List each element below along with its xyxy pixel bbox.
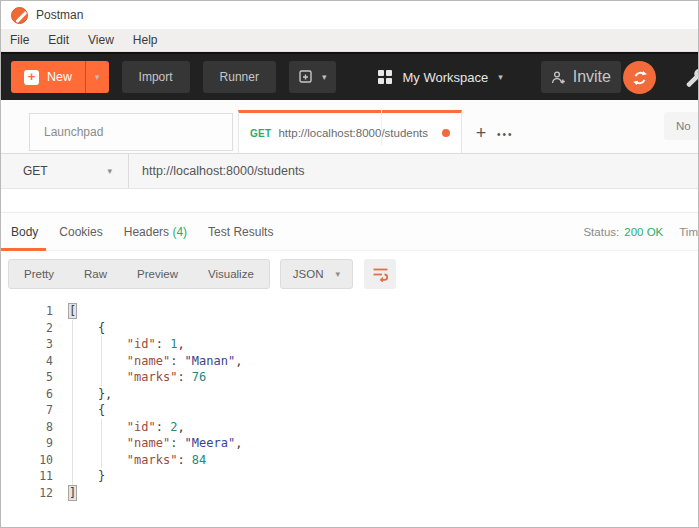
- code-line[interactable]: 10 "marks": 84: [1, 452, 698, 469]
- line-number: 9: [1, 435, 53, 452]
- code-content: ]: [69, 485, 76, 502]
- chevron-down-icon: ▾: [335, 269, 340, 279]
- body-view-toolbar: Pretty Raw Preview Visualize JSON ▾: [1, 251, 698, 297]
- headers-count-badge: (4): [172, 225, 187, 239]
- code-content: {: [69, 320, 105, 337]
- code-line[interactable]: 2 {: [1, 320, 698, 337]
- line-number: 1: [1, 303, 53, 320]
- tab-launchpad[interactable]: Launchpad: [29, 113, 233, 151]
- code-line[interactable]: 1[: [1, 303, 698, 320]
- method-value: GET: [23, 164, 48, 178]
- window-title: Postman: [36, 8, 83, 22]
- line-number: 4: [1, 353, 53, 370]
- line-number: 10: [1, 452, 53, 469]
- line-number: 8: [1, 419, 53, 436]
- code-line[interactable]: 6 },: [1, 386, 698, 403]
- wrap-text-button[interactable]: [364, 259, 396, 289]
- url-input[interactable]: http://localhost:8000/students: [129, 164, 305, 178]
- new-button[interactable]: + New ▾: [11, 61, 109, 93]
- import-button[interactable]: Import: [122, 61, 190, 93]
- postman-window: Postman File Edit View Help + New ▾ Impo…: [0, 0, 699, 528]
- active-tab-underline: [1, 248, 46, 251]
- launchpad-tab-label: Launchpad: [44, 125, 103, 139]
- code-line[interactable]: 9 "name": "Meera",: [1, 435, 698, 452]
- request-bar: GET ▾ http://localhost:8000/students: [1, 153, 698, 189]
- code-lines: 1[2 {3 "id": 1,4 "name": "Manan",5 "mark…: [1, 303, 698, 501]
- view-pretty-button[interactable]: Pretty: [9, 268, 69, 280]
- code-line[interactable]: 3 "id": 1,: [1, 336, 698, 353]
- tab-headers[interactable]: Headers (4): [124, 225, 187, 239]
- code-line[interactable]: 7 {: [1, 402, 698, 419]
- view-preview-button[interactable]: Preview: [122, 268, 193, 280]
- response-tab-bar: Body Cookies Headers (4) Test Results St…: [1, 213, 698, 251]
- new-dropdown-button[interactable]: ▾: [85, 61, 109, 93]
- code-line[interactable]: 4 "name": "Manan",: [1, 353, 698, 370]
- code-line[interactable]: 12]: [1, 485, 698, 502]
- chevron-down-icon: ▾: [498, 72, 503, 82]
- tab-request-active[interactable]: GET http://localhost:8000/students: [238, 110, 462, 153]
- request-response-divider: [1, 189, 698, 213]
- title-bar: Postman: [1, 1, 698, 29]
- method-select[interactable]: GET ▾: [1, 154, 129, 188]
- chevron-down-icon: ▾: [95, 72, 100, 82]
- code-content: "id": 2,: [69, 419, 185, 436]
- postman-logo-icon: [11, 7, 28, 24]
- tab-test-results[interactable]: Test Results: [208, 225, 273, 239]
- format-select[interactable]: JSON ▾: [280, 259, 353, 289]
- invite-button[interactable]: Invite: [541, 61, 621, 93]
- plus-icon: +: [24, 70, 39, 85]
- main-toolbar: + New ▾ Import Runner ▾ My Workspace ▾: [1, 52, 698, 100]
- line-number: 6: [1, 386, 53, 403]
- new-window-icon: [299, 70, 315, 84]
- status-label: Status:: [583, 226, 619, 238]
- new-button-label: New: [47, 70, 72, 84]
- tab-url-label: http://localhost:8000/students: [278, 127, 428, 139]
- chevron-down-icon: ▾: [107, 166, 112, 176]
- time-label: Tim: [679, 226, 698, 238]
- code-line[interactable]: 8 "id": 2,: [1, 419, 698, 436]
- menu-help[interactable]: Help: [133, 33, 158, 47]
- runner-button[interactable]: Runner: [203, 61, 276, 93]
- line-number: 11: [1, 468, 53, 485]
- tab-body[interactable]: Body: [11, 225, 38, 239]
- code-content: "name": "Manan",: [69, 353, 242, 370]
- invite-button-label: Invite: [573, 68, 611, 86]
- line-number: 7: [1, 402, 53, 419]
- view-raw-button[interactable]: Raw: [69, 268, 122, 280]
- unsaved-changes-dot: [442, 129, 450, 137]
- environment-selector[interactable]: No: [664, 112, 699, 140]
- line-number: 12: [1, 485, 53, 502]
- code-line[interactable]: 5 "marks": 76: [1, 369, 698, 386]
- code-content: "id": 1,: [69, 336, 185, 353]
- workspace-grid-icon: [378, 70, 392, 84]
- workspace-switcher[interactable]: My Workspace ▾: [378, 70, 502, 85]
- settings-wrench-icon[interactable]: [683, 67, 699, 95]
- menu-view[interactable]: View: [88, 33, 114, 47]
- line-number: 2: [1, 320, 53, 337]
- invite-person-icon: [551, 71, 566, 84]
- status-value: 200 OK: [624, 226, 663, 238]
- code-line[interactable]: 11 }: [1, 468, 698, 485]
- view-mode-segmented-control: Pretty Raw Preview Visualize: [8, 259, 270, 289]
- menu-bar: File Edit View Help: [1, 29, 698, 52]
- tab-cookies[interactable]: Cookies: [59, 225, 102, 239]
- response-body-editor[interactable]: 1[2 {3 "id": 1,4 "name": "Manan",5 "mark…: [1, 297, 698, 501]
- chevron-down-icon: ▾: [322, 72, 327, 82]
- workspace-label: My Workspace: [402, 70, 488, 85]
- tab-strip: Launchpad GET http://localhost:8000/stud…: [1, 100, 698, 153]
- menu-edit[interactable]: Edit: [48, 33, 69, 47]
- menu-file[interactable]: File: [10, 33, 29, 47]
- code-content: [: [69, 303, 76, 320]
- sync-status-button[interactable]: [623, 61, 656, 94]
- code-content: {: [69, 402, 105, 419]
- view-visualize-button[interactable]: Visualize: [193, 268, 269, 280]
- response-status: Status: 200 OK Tim: [583, 226, 698, 238]
- open-new-tab-button[interactable]: +: [469, 123, 493, 144]
- sync-icon: [631, 69, 649, 87]
- new-window-button[interactable]: ▾: [289, 61, 337, 93]
- code-content: "name": "Meera",: [69, 435, 242, 452]
- line-number: 5: [1, 369, 53, 386]
- code-content: }: [69, 468, 105, 485]
- tab-options-button[interactable]: •••: [497, 129, 514, 140]
- code-content: },: [69, 386, 112, 403]
